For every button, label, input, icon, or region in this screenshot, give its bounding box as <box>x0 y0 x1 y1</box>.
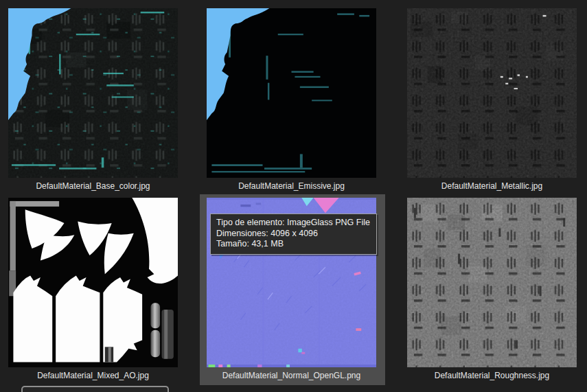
file-label[interactable]: DefaultMaterial_Mixed_AO.jpg <box>8 370 178 381</box>
file-label[interactable]: DefaultMaterial_Normal_OpenGL.png <box>207 370 376 381</box>
thumbnail-base-color[interactable] <box>8 8 178 178</box>
thumbnail-roughness[interactable] <box>407 198 577 367</box>
file-label[interactable]: DefaultMaterial_Metallic.jpg <box>407 181 577 192</box>
file-item-mixed-ao[interactable]: DefaultMaterial_Mixed_AO.jpg <box>8 198 178 367</box>
file-label[interactable]: DefaultMaterial_Roughness.jpg <box>407 370 577 381</box>
file-label[interactable]: DefaultMaterial_Emissive.jpg <box>207 181 376 192</box>
tooltip: Tipo de elemento: ImageGlass PNG File Di… <box>210 214 377 255</box>
thumbnail-emissive[interactable] <box>207 8 376 178</box>
file-item-roughness[interactable]: DefaultMaterial_Roughness.jpg <box>407 198 577 367</box>
file-label[interactable]: DefaultMaterial_Base_color.jpg <box>8 181 178 192</box>
tooltip-line-dimensions: Dimensiones: 4096 x 4096 <box>216 229 370 240</box>
file-item-metallic[interactable]: DefaultMaterial_Metallic.jpg <box>407 8 577 178</box>
file-item-emissive[interactable]: DefaultMaterial_Emissive.jpg <box>207 8 376 178</box>
file-explorer-thumbnail-grid: DefaultMaterial_Base_color.jpg <box>0 0 587 392</box>
tooltip-line-type: Tipo de elemento: ImageGlass PNG File <box>216 218 370 229</box>
thumbnail-mixed-ao[interactable] <box>8 198 178 367</box>
partial-next-item[interactable] <box>21 386 169 392</box>
thumbnail-metallic[interactable] <box>407 8 577 178</box>
file-item-base-color[interactable]: DefaultMaterial_Base_color.jpg <box>8 8 178 178</box>
tooltip-line-size: Tamaño: 43,1 MB <box>216 239 370 250</box>
